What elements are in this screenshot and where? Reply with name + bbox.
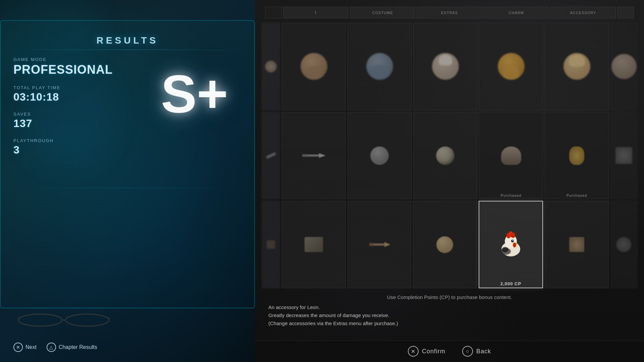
glasses-decoration [17, 312, 111, 328]
description-panel: An accessory for Leon. Greatly decreases… [262, 298, 637, 339]
svg-point-18 [513, 240, 514, 241]
back-button[interactable]: ○ Back [462, 346, 491, 357]
controls-bar: ✕ Confirm ○ Back [255, 340, 644, 362]
char-portrait-2 [366, 53, 393, 80]
grid-cell-extra[interactable] [610, 112, 637, 199]
grid-cell-char-1[interactable] [282, 23, 346, 110]
grid-row-1 [262, 23, 637, 110]
grid-cell-left-edge-3 [262, 201, 280, 288]
grid-cell-char-5[interactable] [545, 23, 609, 110]
grid-cell-char-6[interactable] [610, 23, 637, 110]
confirm-x-icon: ✕ [408, 346, 419, 357]
grid-cell-weapon-1[interactable] [282, 112, 346, 199]
bottom-buttons: ✕ Next △ Chapter Results [13, 343, 97, 352]
grid-cell-item-2[interactable] [413, 112, 477, 199]
svg-point-0 [18, 314, 62, 326]
grid-cell-charm[interactable]: Purchased [545, 112, 609, 199]
category-bar: I COSTUME EXTRAS CHARM ACCESSORY [262, 7, 637, 18]
playthrough-value: 3 [13, 144, 241, 156]
category-next [617, 7, 634, 18]
description-line1: An accessory for Leon. [268, 303, 631, 311]
chapter-results-label: Chapter Results [59, 344, 97, 350]
description-line2: Greatly decreases the amount of damage y… [268, 311, 631, 319]
chapter-results-button[interactable]: △ Chapter Results [47, 343, 97, 352]
grid-cell-misc-4[interactable] [545, 201, 609, 288]
char-portrait-5 [564, 53, 590, 80]
grid-cell-misc-1[interactable] [282, 201, 346, 288]
confirm-label: Confirm [422, 348, 445, 355]
char-portrait-4 [498, 53, 525, 80]
next-label: Next [25, 344, 37, 350]
category-accessory[interactable]: ACCESSORY [550, 7, 616, 18]
results-title: RESULTS [97, 35, 159, 46]
x-icon: ✕ [13, 343, 23, 352]
char-portrait-1 [301, 53, 327, 80]
triangle-icon: △ [47, 343, 56, 352]
grid-cell-char-3[interactable] [413, 23, 477, 110]
playthrough-label: PLAYTHROUGH [13, 138, 241, 143]
back-circle-icon: ○ [462, 346, 473, 357]
grid-cell-char-4[interactable] [479, 23, 543, 110]
grid-row-3: 2,000 CP [262, 201, 637, 288]
grade-display: S+ [161, 67, 228, 121]
purchased-badge-2: Purchased [545, 193, 608, 197]
shop-grid: I COSTUME EXTRAS CHARM ACCESSORY [255, 0, 644, 295]
category-all[interactable]: I [283, 7, 348, 18]
grid-cell-rooster[interactable]: 2,000 CP [479, 201, 543, 288]
char-portrait-6 [611, 54, 637, 79]
results-panel: RESULTS GAME MODE PROFESSIONAL TOTAL PLA… [0, 0, 255, 362]
back-label: Back [476, 348, 491, 355]
svg-point-19 [513, 243, 516, 247]
grid-cell-left-edge [262, 23, 280, 110]
purchased-badge-1: Purchased [479, 193, 543, 197]
grid-cell-item-1[interactable] [347, 112, 412, 199]
confirm-button[interactable]: ✕ Confirm [408, 346, 445, 357]
grid-row-2: Purchased Purchased [262, 112, 637, 199]
title-divider [10, 50, 245, 50]
rooster-price: 2,000 CP [479, 281, 543, 286]
category-costume[interactable]: COSTUME [350, 7, 415, 18]
category-back [265, 7, 282, 18]
grid-cell-helmet[interactable]: Purchased [479, 112, 543, 199]
svg-point-15 [511, 233, 515, 238]
next-button[interactable]: ✕ Next [13, 343, 37, 352]
grid-cell-left-edge-2 [262, 112, 280, 199]
char-portrait-3 [432, 53, 459, 80]
svg-marker-9 [384, 242, 390, 247]
svg-rect-10 [369, 243, 373, 246]
grid-cell-misc-3[interactable] [413, 201, 477, 288]
description-line3: (Change accessories via the Extras menu … [268, 319, 631, 327]
svg-rect-7 [302, 154, 307, 157]
game-mode-label: GAME MODE [13, 57, 241, 62]
grid-cell-char-2[interactable] [347, 23, 412, 110]
stats-divider [13, 188, 241, 188]
shop-panel: I COSTUME EXTRAS CHARM ACCESSORY [255, 0, 644, 362]
svg-point-1 [65, 314, 109, 326]
svg-marker-6 [319, 153, 326, 158]
svg-point-21 [502, 247, 508, 252]
category-charm[interactable]: CHARM [484, 7, 549, 18]
category-extras[interactable]: EXTRAS [417, 7, 482, 18]
grid-cell-misc-5[interactable] [610, 201, 637, 288]
grid-cell-misc-2[interactable] [347, 201, 412, 288]
